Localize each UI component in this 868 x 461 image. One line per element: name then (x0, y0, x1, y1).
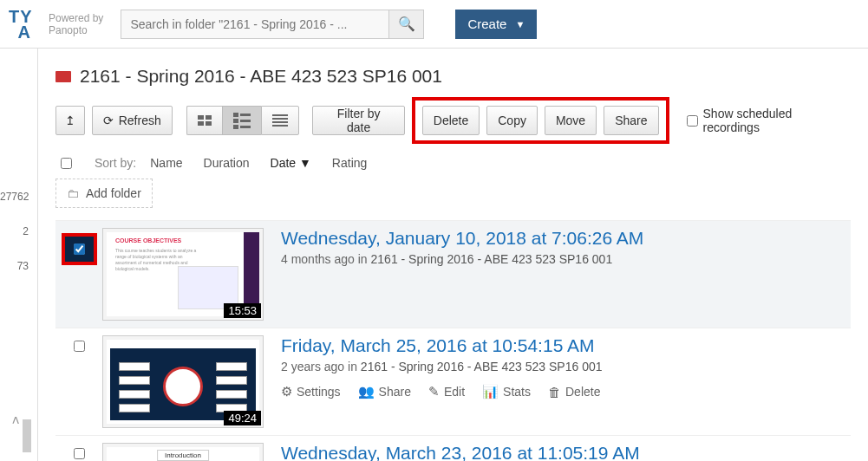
recording-meta: Friday, March 25, 2016 at 10:54:15 AM 2 … (264, 335, 603, 428)
row-checkbox[interactable] (74, 341, 85, 352)
row-delete[interactable]: 🗑Delete (548, 384, 600, 399)
copy-button[interactable]: Copy (486, 106, 538, 135)
recording-row: COURSE OBJECTIVES This course teaches st… (55, 220, 851, 328)
view-list-button[interactable] (222, 106, 261, 135)
create-button[interactable]: Create ▼ (455, 10, 537, 39)
up-button[interactable]: ↥ (55, 106, 85, 135)
left-rail: 27762 2 73 ʌ (0, 49, 38, 461)
search-input[interactable] (121, 10, 389, 39)
main-area: 2161 - Spring 2016 - ABE 423 523 SP16 00… (38, 49, 868, 461)
refresh-button[interactable]: ⟳Refresh (92, 106, 173, 135)
sort-by-label: Sort by: (95, 156, 136, 170)
search-icon: 🔍 (398, 16, 415, 32)
show-scheduled-checkbox[interactable] (687, 115, 698, 127)
chevron-down-icon: ▼ (515, 19, 525, 29)
refresh-icon: ⟳ (103, 114, 114, 127)
recording-meta: Wednesday, March 23, 2016 at 11:05:19 AM (264, 443, 640, 461)
thumbnail[interactable]: 49:24 (102, 335, 264, 428)
list-icon (233, 113, 251, 129)
folder-title: 2161 - Spring 2016 - ABE 423 523 SP16 00… (80, 66, 442, 87)
view-detail-button[interactable] (261, 106, 299, 135)
recording-subtitle: 2 years ago in 2161 - Spring 2016 - ABE … (281, 360, 603, 373)
powered-by-line1: Powered by (49, 12, 103, 24)
in-word: in (358, 252, 368, 266)
thumbnail[interactable]: COURSE OBJECTIVES This course teaches st… (102, 228, 264, 321)
row-checkbox[interactable] (74, 243, 85, 255)
row-checkbox[interactable] (74, 448, 85, 459)
powered-by-line2: Panopto (49, 24, 103, 36)
add-folder-label: Add folder (86, 186, 141, 200)
sort-rating[interactable]: Rating (332, 156, 367, 170)
sort-date[interactable]: Date ▼ (271, 156, 311, 170)
delete-button[interactable]: Delete (422, 106, 480, 135)
row-stats[interactable]: 📊Stats (482, 384, 531, 399)
top-bar: TYA Powered by Panopto 🔍 Create ▼ (0, 0, 868, 49)
refresh-label: Refresh (119, 114, 161, 127)
scroll-thumb[interactable] (23, 419, 31, 452)
recording-row: 49:24 Friday, March 25, 2016 at 10:54:15… (55, 328, 851, 435)
sort-name[interactable]: Name (150, 156, 182, 170)
thumbnail[interactable]: Introduction (102, 443, 264, 461)
duration-badge: 49:24 (224, 411, 261, 425)
grid-icon (198, 115, 212, 126)
duration-badge: 15:53 (224, 303, 261, 318)
in-word: in (348, 360, 357, 373)
recording-title-link[interactable]: Wednesday, January 10, 2018 at 7:06:26 A… (281, 228, 643, 249)
search-button[interactable]: 🔍 (389, 10, 424, 39)
row-settings[interactable]: ⚙Settings (281, 384, 341, 399)
delete-label: Delete (434, 114, 468, 127)
recording-meta: Wednesday, January 10, 2018 at 7:06:26 A… (264, 228, 643, 321)
sort-duration[interactable]: Duration (204, 156, 250, 170)
move-label: Move (556, 114, 585, 127)
rail-count-1: 27762 (0, 187, 37, 206)
selection-actions-highlight: Delete Copy Move Share (412, 97, 669, 144)
thumb-label: Introduction (157, 450, 209, 461)
recording-row: Introduction Wednesday, March 23, 2016 a… (55, 435, 851, 461)
filter-label: Filter by date (323, 107, 393, 134)
trash-icon: 🗑 (548, 385, 561, 399)
rail-count-2: 2 (0, 222, 37, 241)
powered-by: Powered by Panopto (49, 12, 103, 36)
share-label: Share (615, 114, 647, 127)
recording-title-link[interactable]: Friday, March 25, 2016 at 10:54:15 AM (281, 335, 603, 356)
recording-title-link[interactable]: Wednesday, March 23, 2016 at 11:05:19 AM (281, 443, 640, 461)
sort-row: Sort by: Name Duration Date ▼ Rating (55, 156, 851, 170)
folder-icon (55, 71, 71, 82)
select-all-checkbox[interactable] (61, 158, 72, 169)
row-share[interactable]: 👥Share (358, 384, 411, 399)
row-edit[interactable]: ✎Edit (428, 384, 465, 399)
age: 2 years ago (281, 360, 344, 373)
copy-label: Copy (498, 114, 526, 127)
move-button[interactable]: Move (545, 106, 597, 135)
view-switcher (186, 106, 299, 135)
folder-path[interactable]: 2161 - Spring 2016 - ABE 423 523 SP16 00… (361, 360, 603, 373)
stats-icon: 📊 (482, 384, 499, 399)
folder-path[interactable]: 2161 - Spring 2016 - ABE 423 523 SP16 00… (371, 252, 613, 266)
rail-count-3: 73 (0, 256, 37, 276)
up-arrow-icon: ↥ (65, 114, 75, 127)
search: 🔍 (121, 10, 424, 39)
create-label: Create (467, 16, 506, 31)
view-grid-button[interactable] (186, 106, 222, 135)
folder-header: 2161 - Spring 2016 - ABE 423 523 SP16 00… (55, 66, 851, 87)
gear-icon: ⚙ (281, 384, 292, 399)
share-icon: 👥 (358, 384, 375, 399)
pencil-icon: ✎ (428, 384, 440, 399)
show-scheduled[interactable]: Show scheduled recordings (687, 107, 851, 134)
brand-logo: TYA (9, 9, 35, 40)
share-button[interactable]: Share (604, 106, 658, 135)
show-scheduled-label: Show scheduled recordings (703, 107, 851, 134)
chevron-up-icon[interactable]: ʌ (12, 412, 19, 426)
toolbar: ↥ ⟳Refresh Filter by date Delete Copy Mo… (55, 97, 851, 144)
row-actions: ⚙Settings 👥Share ✎Edit 📊Stats 🗑Delete (281, 384, 603, 399)
row-checkbox-highlight (62, 233, 97, 265)
recording-subtitle: 4 months ago in 2161 - Spring 2016 - ABE… (281, 252, 643, 266)
thumb-heading: COURSE OBJECTIVES (115, 237, 181, 243)
add-folder-icon: 🗀 (67, 186, 79, 200)
add-folder-button[interactable]: 🗀 Add folder (55, 179, 153, 208)
filter-by-date-button[interactable]: Filter by date (312, 106, 404, 135)
age: 4 months ago (281, 252, 355, 266)
lines-icon (272, 114, 288, 127)
